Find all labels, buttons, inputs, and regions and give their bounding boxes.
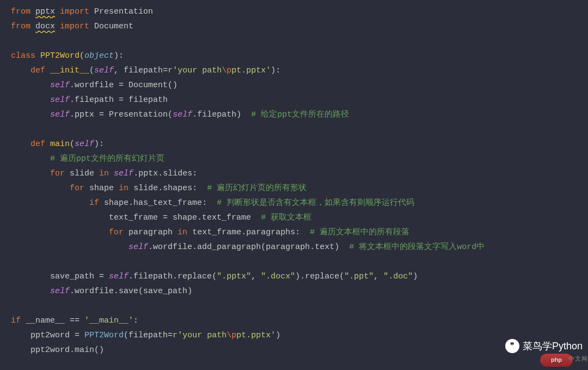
php-cn-text: 中文网 bbox=[568, 354, 588, 365]
code-line: save_path = self.filepath.replace(".pptx… bbox=[11, 269, 588, 284]
code-line: from pptx import Presentation bbox=[11, 4, 588, 19]
attr-filepath: filepath bbox=[133, 272, 173, 281]
code-line: ppt2word.main() bbox=[11, 343, 588, 357]
keyword-in: in bbox=[99, 169, 109, 178]
call-document: Document bbox=[128, 81, 168, 90]
code-line: # 遍历ppt文件的所有幻灯片页 bbox=[11, 151, 588, 166]
code-line: ppt2word = PPT2Word(filepath=r'your path… bbox=[11, 328, 588, 343]
keyword-for: for bbox=[70, 184, 84, 193]
self: self bbox=[50, 287, 70, 296]
obj-paragraph: paragraph bbox=[266, 242, 310, 252]
param-filepath: filepath bbox=[124, 66, 163, 75]
watermark-text: 菜鸟学Python bbox=[523, 337, 583, 355]
attr-wordfile: wordfile bbox=[153, 242, 192, 252]
comment: # 判断形状是否含有文本框，如果含有则顺序运行代码 bbox=[217, 198, 414, 208]
keyword-from: from bbox=[11, 7, 30, 16]
fn-replace: replace bbox=[177, 272, 212, 281]
attr-pptx: pptx bbox=[138, 169, 158, 178]
keyword-import: import bbox=[60, 22, 89, 31]
var-ppt2word: ppt2word bbox=[30, 331, 70, 340]
code-line bbox=[11, 122, 588, 137]
keyword-def: def bbox=[30, 139, 45, 149]
code-line bbox=[11, 34, 588, 48]
fn-replace: replace bbox=[305, 272, 339, 281]
comment: # 遍历ppt文件的所有幻灯片页 bbox=[50, 154, 164, 163]
attr-wordfile: wordfile bbox=[75, 287, 114, 296]
attr-slides: slides bbox=[163, 169, 192, 178]
attr-filepath: filepath bbox=[75, 95, 114, 105]
raw-prefix: r bbox=[168, 66, 173, 75]
var-shape: shape bbox=[89, 184, 114, 193]
keyword-in: in bbox=[177, 228, 187, 237]
code-line: for slide in self.pptx.slides: bbox=[11, 166, 588, 181]
self: self bbox=[50, 81, 70, 90]
code-line bbox=[11, 299, 588, 313]
self: self bbox=[50, 95, 70, 105]
code-line: self.wordfile.add_paragraph(paragraph.te… bbox=[11, 240, 588, 254]
attr-has-text-frame: has_text_frame bbox=[133, 198, 202, 208]
keyword-for: for bbox=[109, 228, 124, 237]
attr-paragraphs: paragraphs bbox=[246, 228, 295, 237]
attr-wordfile: wordfile bbox=[75, 81, 114, 90]
code-line: text_frame = shape.text_frame # 获取文本框 bbox=[11, 210, 588, 225]
class-name: PPT2Word bbox=[40, 51, 79, 60]
import-name: Presentation bbox=[94, 7, 153, 16]
code-line: class PPT2Word(object): bbox=[11, 48, 588, 63]
string: pt.pptx' bbox=[231, 66, 271, 75]
keyword-in: in bbox=[119, 184, 128, 193]
var-filepath: filepath bbox=[128, 95, 168, 105]
code-line: self.wordfile.save(save_path) bbox=[11, 284, 588, 299]
obj-slide: slide bbox=[133, 184, 158, 193]
string: ".ppt" bbox=[344, 272, 373, 281]
self: self bbox=[109, 272, 128, 281]
keyword-import: import bbox=[60, 7, 89, 16]
code-line: for paragraph in text_frame.paragraphs: … bbox=[11, 225, 588, 240]
string: pt.pptx' bbox=[236, 331, 275, 340]
call-presentation: Presentation bbox=[109, 110, 168, 119]
arg-save-path: save_path bbox=[143, 287, 187, 296]
keyword-from: from bbox=[11, 22, 30, 31]
fn-main: main bbox=[75, 345, 94, 355]
function-main: main bbox=[50, 139, 70, 149]
obj-shape: shape bbox=[104, 198, 128, 208]
fn-save: save bbox=[119, 287, 138, 296]
self: self bbox=[128, 242, 148, 252]
self: self bbox=[75, 139, 94, 149]
self: self bbox=[114, 169, 133, 178]
fn-add-paragraph: add_paragraph bbox=[197, 242, 261, 252]
keyword-if: if bbox=[89, 198, 99, 208]
code-line: for shape in slide.shapes: # 遍历幻灯片页的所有形状 bbox=[11, 181, 588, 196]
code-line bbox=[11, 254, 588, 269]
attr-shapes: shapes bbox=[163, 184, 192, 193]
self: self bbox=[94, 66, 114, 75]
keyword-class: class bbox=[11, 51, 35, 60]
keyword-if: if bbox=[11, 316, 21, 325]
keyword-for: for bbox=[50, 169, 65, 178]
code-line: self.pptx = Presentation(self.filepath) … bbox=[11, 107, 588, 122]
class-call: PPT2Word bbox=[84, 331, 124, 340]
comment: # 将文本框中的段落文字写入word中 bbox=[349, 242, 485, 252]
code-line: from docx import Document bbox=[11, 19, 588, 34]
string: ".doc" bbox=[383, 272, 413, 281]
self: self bbox=[173, 110, 192, 119]
code-line: def __init__(self, filepath=r'your path\… bbox=[11, 63, 588, 78]
code-line: self.filepath = filepath bbox=[11, 93, 588, 107]
var-slide: slide bbox=[70, 169, 94, 178]
php-badge: php bbox=[540, 354, 573, 367]
string: 'your path bbox=[177, 331, 226, 340]
attr-pptx: pptx bbox=[75, 110, 94, 119]
kwarg-filepath: filepath bbox=[128, 331, 168, 340]
attr-filepath: filepath bbox=[197, 110, 236, 119]
string: '__main__' bbox=[84, 316, 133, 325]
string: ".pptx" bbox=[217, 272, 251, 281]
string: ".docx" bbox=[261, 272, 295, 281]
watermark: ❞ 菜鸟学Python bbox=[505, 337, 583, 355]
var-paragraph: paragraph bbox=[128, 228, 173, 237]
obj-shape: shape bbox=[173, 213, 197, 222]
wechat-icon: ❞ bbox=[505, 339, 519, 353]
comment: # 遍历文本框中的所有段落 bbox=[310, 228, 409, 237]
dunder-name: __name__ bbox=[26, 316, 65, 325]
var-save-path: save_path bbox=[50, 272, 94, 281]
self: self bbox=[50, 110, 70, 119]
code-line: if __name__ == '__main__': bbox=[11, 313, 588, 328]
